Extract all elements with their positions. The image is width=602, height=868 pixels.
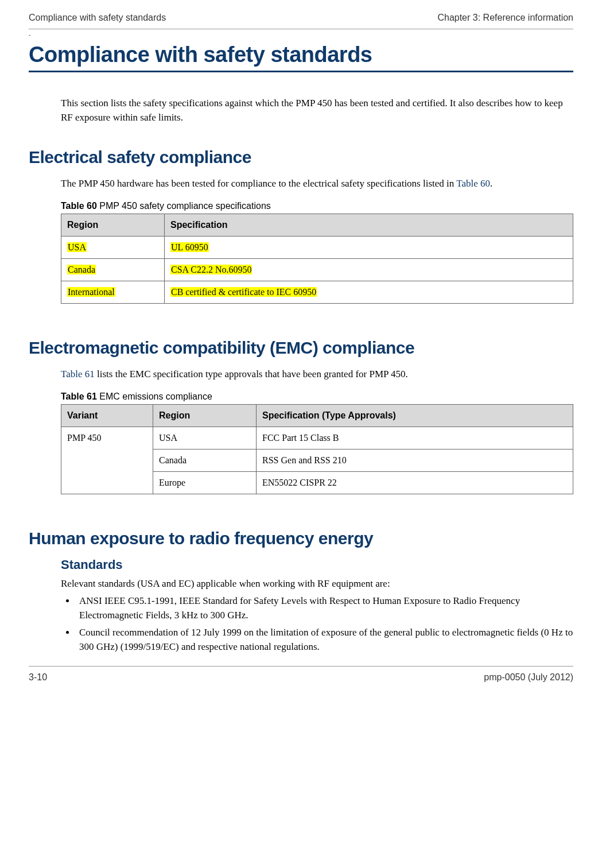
- cell-variant: PMP 450: [61, 427, 153, 494]
- xref-table61[interactable]: Table 61: [61, 369, 95, 379]
- cell-spec: RSS Gen and RSS 210: [257, 449, 573, 471]
- table61-caption-rest: EMC emissions compliance: [97, 392, 212, 401]
- footer: 3-10 pmp-0050 (July 2012): [29, 666, 573, 683]
- header-right: Chapter 3: Reference information: [437, 13, 573, 23]
- th-region: Region: [61, 214, 165, 236]
- table-header-row: Variant Region Specification (Type Appro…: [61, 404, 573, 427]
- table60-caption: Table 60 PMP 450 safety compliance speci…: [61, 201, 573, 211]
- cell-region: Europe: [153, 471, 257, 494]
- th-variant: Variant: [61, 404, 153, 427]
- table61-caption-bold: Table 61: [61, 392, 97, 401]
- section3-body: Standards Relevant standards (USA and EC…: [61, 557, 573, 654]
- standards-list: ANSI IEEE C95.1-1991, IEEE Standard for …: [61, 594, 573, 654]
- table-row: USA UL 60950: [61, 236, 573, 258]
- footer-left: 3-10: [29, 672, 47, 683]
- table-row: Canada CSA C22.2 No.60950: [61, 258, 573, 281]
- intro-block: This section lists the safety specificat…: [61, 96, 573, 125]
- cell-spec: UL 60950: [165, 236, 573, 258]
- table60-caption-rest: PMP 450 safety compliance specifications: [97, 201, 271, 211]
- table61: Variant Region Specification (Type Appro…: [61, 404, 573, 494]
- header-left: Compliance with safety standards: [29, 13, 166, 23]
- hl-text: USA: [67, 242, 87, 252]
- hl-text: UL 60950: [170, 242, 209, 252]
- section2-body: Table 61 lists the EMC specification typ…: [61, 367, 573, 494]
- th-spec: Specification: [165, 214, 573, 236]
- table60: Region Specification USA UL 60950 Canada…: [61, 214, 573, 304]
- table60-caption-bold: Table 60: [61, 201, 97, 211]
- cell-region: International: [61, 281, 165, 303]
- subsection-standards: Standards: [61, 557, 573, 572]
- section-emc: Electromagnetic compatibility (EMC) comp…: [29, 338, 573, 358]
- cell-region: Canada: [61, 258, 165, 281]
- hl-text: CSA C22.2 No.60950: [170, 265, 252, 274]
- s2-para: Table 61 lists the EMC specification typ…: [61, 367, 573, 382]
- table61-caption: Table 61 EMC emissions compliance: [61, 392, 573, 402]
- s2-para-rest: lists the EMC specification type approva…: [95, 369, 408, 379]
- cell-spec: CSA C22.2 No.60950: [165, 258, 573, 281]
- xref-table60[interactable]: Table 60: [456, 178, 490, 189]
- th-region: Region: [153, 404, 257, 427]
- section1-body: The PMP 450 hardware has been tested for…: [61, 177, 573, 304]
- s1-para-a: The PMP 450 hardware has been tested for…: [61, 178, 456, 189]
- hl-text: International: [67, 287, 115, 297]
- running-header: Compliance with safety standards Chapter…: [29, 11, 573, 29]
- page: Compliance with safety standards Chapter…: [0, 0, 602, 868]
- cell-spec: FCC Part 15 Class B: [257, 427, 573, 449]
- intro-text: This section lists the safety specificat…: [61, 96, 573, 125]
- table-row: PMP 450 USA FCC Part 15 Class B: [61, 427, 573, 449]
- cell-region: USA: [153, 427, 257, 449]
- hl-text: Canada: [67, 265, 96, 274]
- table-row: International CB certified & certificate…: [61, 281, 573, 303]
- list-item: Council recommendation of 12 July 1999 o…: [76, 626, 573, 654]
- section-rf-exposure: Human exposure to radio frequency energy: [29, 529, 573, 548]
- cell-region: USA: [61, 236, 165, 258]
- s3-intro: Relevant standards (USA and EC) applicab…: [61, 577, 573, 591]
- s1-para: The PMP 450 hardware has been tested for…: [61, 177, 573, 191]
- list-item: ANSI IEEE C95.1-1991, IEEE Standard for …: [76, 594, 573, 622]
- hl-text: CB certified & certificate to IEC 60950: [170, 287, 317, 297]
- th-spec: Specification (Type Approvals): [257, 404, 573, 427]
- page-title: Compliance with safety standards: [29, 42, 573, 72]
- cell-spec: EN55022 CISPR 22: [257, 471, 573, 494]
- table-header-row: Region Specification: [61, 214, 573, 236]
- cell-region: Canada: [153, 449, 257, 471]
- section-electrical-safety: Electrical safety compliance: [29, 148, 573, 167]
- footer-right: pmp-0050 (July 2012): [484, 672, 573, 683]
- s1-para-b: .: [490, 178, 492, 189]
- cell-spec: CB certified & certificate to IEC 60950: [165, 281, 573, 303]
- dash-mark: -: [29, 32, 573, 38]
